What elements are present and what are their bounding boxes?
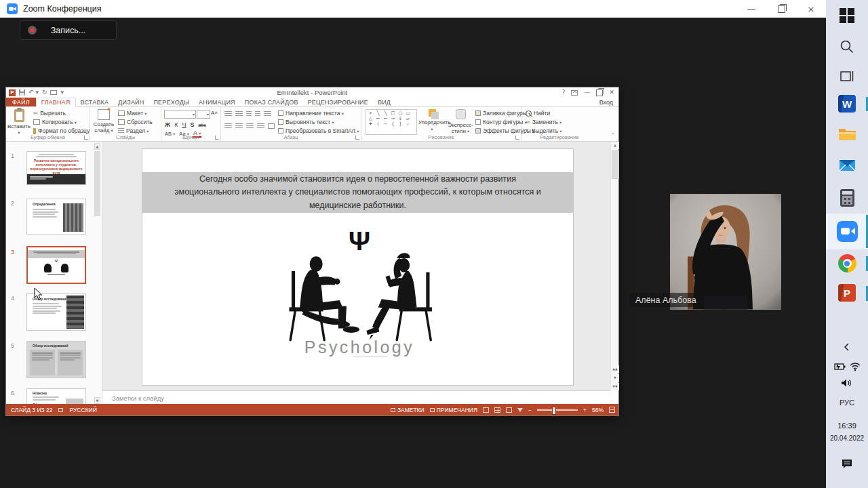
save-icon[interactable] bbox=[19, 89, 25, 96]
align-right-icon[interactable] bbox=[246, 123, 254, 129]
close-button[interactable]: × bbox=[796, 0, 826, 18]
layout-button[interactable]: Макет bbox=[118, 109, 146, 117]
battery-icon[interactable] bbox=[833, 362, 846, 371]
sign-in-link[interactable]: Вход bbox=[599, 98, 618, 106]
thumbnail-scrollbar[interactable]: ▲ ▼ bbox=[94, 143, 100, 404]
wifi-icon[interactable] bbox=[850, 362, 861, 371]
volume-button[interactable] bbox=[826, 378, 868, 388]
tab-design[interactable]: ДИЗАЙН bbox=[113, 98, 149, 106]
paragraph-dialog-launcher[interactable] bbox=[355, 136, 359, 140]
decrease-indent-icon[interactable] bbox=[246, 111, 252, 117]
tab-slideshow[interactable]: ПОКАЗ СЛАЙДОВ bbox=[240, 98, 303, 106]
tab-transitions[interactable]: ПЕРЕХОДЫ bbox=[149, 98, 194, 106]
font-size-combo[interactable] bbox=[197, 110, 210, 119]
clock-time[interactable]: 16:39 bbox=[826, 422, 868, 430]
show-hidden-icons-button[interactable] bbox=[826, 342, 868, 352]
taskbar-zoom-button[interactable] bbox=[826, 221, 868, 242]
tab-review[interactable]: РЕЦЕНЗИРОВАНИЕ bbox=[303, 98, 373, 106]
replace-button[interactable]: ab Заменить bbox=[526, 118, 561, 126]
thumb-scroll-thumb[interactable] bbox=[94, 151, 100, 216]
slide-scrollbar[interactable]: ▲ ▲▲ ▼ ▼▼ bbox=[610, 142, 618, 390]
spellcheck-icon[interactable] bbox=[58, 408, 63, 412]
cut-button[interactable]: ✂ Вырезать bbox=[33, 109, 66, 117]
ppt-minimize-button[interactable]: — bbox=[584, 89, 590, 96]
collapse-ribbon-icon[interactable]: ˄ bbox=[612, 133, 614, 139]
underline-button[interactable]: Ч bbox=[181, 121, 186, 128]
thumb-scroll-up-icon[interactable]: ▲ bbox=[94, 143, 100, 150]
font-name-combo[interactable] bbox=[164, 110, 196, 119]
slide-thumbnail-6[interactable]: Новизна Объект и предмет bbox=[26, 388, 86, 405]
taskbar-mail-button[interactable] bbox=[826, 159, 868, 172]
slideshow-view-button[interactable] bbox=[517, 408, 523, 412]
align-center-icon[interactable] bbox=[235, 123, 243, 129]
slide-canvas[interactable]: Сегодня особо значимой становится идея о… bbox=[102, 142, 610, 390]
scroll-thumb[interactable] bbox=[612, 150, 619, 179]
zoom-in-button[interactable]: + bbox=[583, 407, 587, 413]
comments-toggle-button[interactable]: ПРИМЕЧАНИЯ bbox=[430, 407, 477, 413]
align-left-icon[interactable] bbox=[224, 123, 232, 129]
action-center-button[interactable] bbox=[826, 458, 868, 470]
slide-text-box[interactable]: Сегодня особо значимой становится идея о… bbox=[142, 172, 573, 213]
line-spacing-icon[interactable] bbox=[264, 111, 271, 117]
slide-thumbnail-5[interactable]: Обзор исследований bbox=[26, 341, 86, 378]
shape-arrow-icon[interactable]: ╲ bbox=[382, 110, 389, 116]
justify-icon[interactable] bbox=[257, 123, 264, 129]
shape-arrow-right-icon[interactable]: ⇒ bbox=[389, 116, 397, 121]
fit-slide-button[interactable] bbox=[609, 407, 615, 413]
taskbar-explorer-button[interactable] bbox=[826, 126, 868, 141]
current-slide[interactable]: Сегодня особо значимой становится идея о… bbox=[142, 148, 574, 386]
zoom-percentage[interactable]: 56% bbox=[592, 407, 604, 413]
ribbon-display-options-icon[interactable]: ^ bbox=[571, 90, 578, 96]
shape-wave-icon[interactable]: ~ bbox=[382, 121, 389, 127]
taskbar-calculator-button[interactable] bbox=[826, 189, 868, 207]
shadow-button[interactable]: S bbox=[189, 121, 195, 128]
bullets-icon[interactable] bbox=[224, 111, 232, 117]
zoom-out-button[interactable]: − bbox=[528, 407, 532, 413]
clipboard-dialog-launcher[interactable] bbox=[84, 136, 88, 140]
arrange-button[interactable]: Упорядочить bbox=[418, 108, 446, 132]
start-button[interactable] bbox=[826, 8, 868, 23]
tab-view[interactable]: ВИД bbox=[373, 98, 395, 106]
bold-button[interactable]: Ж bbox=[164, 121, 171, 128]
tab-file[interactable]: ФАЙЛ bbox=[6, 98, 36, 106]
strikethrough-button[interactable]: abc bbox=[197, 123, 206, 127]
align-text-button[interactable]: Выровнять текст bbox=[278, 118, 334, 126]
shape-parallelogram-icon[interactable]: ▱ bbox=[404, 116, 412, 121]
shape-star-icon[interactable]: ☆ bbox=[404, 121, 412, 127]
tab-home[interactable]: ГЛАВНАЯ bbox=[36, 98, 76, 107]
shape-triangle-icon[interactable]: △ bbox=[367, 116, 374, 121]
search-button[interactable] bbox=[826, 39, 868, 54]
task-view-button[interactable] bbox=[826, 69, 868, 84]
help-icon[interactable]: ? bbox=[562, 89, 566, 96]
quick-styles-button[interactable]: Экспресс-стили bbox=[447, 108, 474, 135]
shape-rect-icon[interactable]: □ bbox=[389, 110, 397, 116]
shapes-gallery[interactable]: ⌖╲╲□○▭ △⌐⌐⇒⇓▱ ✦(~{}☆ bbox=[366, 109, 417, 135]
minimize-button[interactable]: — bbox=[736, 0, 766, 18]
thumb-scroll-down-icon[interactable]: ▼ bbox=[94, 397, 100, 404]
redo-icon[interactable]: ↻ bbox=[42, 89, 47, 96]
shape-brace-left-icon[interactable]: ( bbox=[374, 121, 382, 127]
scroll-down-icon[interactable]: ▼ bbox=[611, 374, 619, 382]
ppt-restore-button[interactable] bbox=[596, 89, 603, 96]
tab-animations[interactable]: АНИМАЦИЯ bbox=[194, 98, 240, 106]
italic-button[interactable]: К bbox=[174, 121, 178, 128]
slide-thumbnail-2[interactable]: Определения bbox=[26, 199, 86, 235]
normal-view-button[interactable] bbox=[483, 407, 489, 413]
clock-date[interactable]: 20.04.2022 bbox=[826, 434, 868, 442]
numbering-icon[interactable] bbox=[235, 111, 243, 117]
undo-icon[interactable]: ↶ ▾ bbox=[28, 89, 39, 96]
shape-line-icon[interactable]: ╲ bbox=[374, 110, 382, 116]
zoom-slider[interactable] bbox=[537, 409, 578, 411]
recording-indicator[interactable]: Запись... bbox=[20, 20, 117, 40]
shape-outline-button[interactable]: Контур фигуры bbox=[475, 118, 527, 126]
notes-toggle-button[interactable]: ЗАМЕТКИ bbox=[391, 407, 425, 413]
language-indicator[interactable]: РУС bbox=[826, 399, 868, 407]
shape-rounded-rect-icon[interactable]: ▭ bbox=[404, 110, 412, 116]
shape-select-icon[interactable]: ⌖ bbox=[367, 110, 374, 116]
new-slide-button[interactable]: Создать слайд bbox=[92, 108, 115, 134]
increase-indent-icon[interactable] bbox=[255, 111, 260, 117]
grow-font-button[interactable]: А˄ bbox=[211, 110, 218, 116]
customize-qat-icon[interactable]: ▾ bbox=[60, 89, 64, 96]
shape-oval-icon[interactable]: ○ bbox=[397, 110, 404, 116]
reset-button[interactable]: Сбросить bbox=[118, 118, 153, 126]
